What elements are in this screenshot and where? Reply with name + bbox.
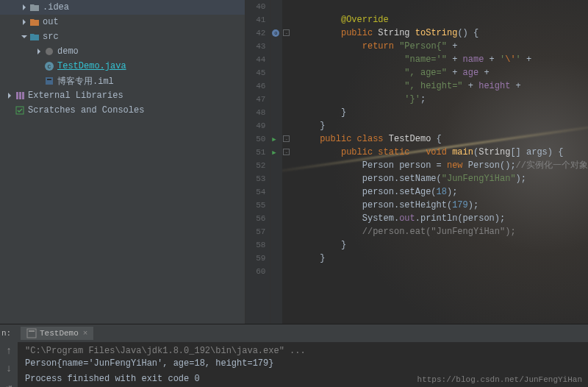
- run-tab-label: TestDemo: [40, 329, 79, 338]
- run-gutter-icon[interactable]: ▶: [272, 149, 276, 157]
- code-line[interactable]: person.setName("JunFengYiHan");: [298, 172, 588, 185]
- code-line[interactable]: public class TestDemo {: [298, 132, 588, 146]
- code-line[interactable]: }: [298, 252, 588, 265]
- folder-blue-icon: [29, 32, 40, 42]
- watermark: https://blog.csdn.net/JunFengYiHan: [417, 375, 582, 384]
- code-line[interactable]: person.setHeight(179);: [298, 199, 588, 212]
- svg-rect-9: [27, 329, 36, 338]
- folder-gray-icon: [29, 2, 40, 13]
- code-line[interactable]: return "Person{" +: [298, 40, 588, 53]
- tree-label: out: [43, 17, 59, 27]
- fold-toggle-icon[interactable]: -: [283, 149, 290, 155]
- run-config-icon: [26, 328, 37, 338]
- up-icon[interactable]: ↑: [6, 345, 12, 357]
- expand-arrow-icon[interactable]: [21, 4, 28, 11]
- tree-item[interactable]: Scratches and Consoles: [0, 103, 245, 118]
- module-icon: [44, 76, 54, 86]
- code-area[interactable]: @Override public String toString() { ret…: [291, 0, 588, 324]
- lib-icon: [15, 90, 25, 101]
- fold-toggle-icon[interactable]: -: [283, 135, 290, 142]
- code-line[interactable]: ", height=" + height +: [298, 79, 588, 93]
- svg-rect-6: [19, 92, 21, 99]
- tree-item[interactable]: 博客专用.iml: [0, 74, 245, 88]
- tree-label: demo: [57, 46, 79, 57]
- svg-rect-3: [46, 77, 53, 85]
- code-line[interactable]: }: [298, 119, 588, 132]
- tree-label: 博客专用.iml: [57, 75, 114, 88]
- java-icon: C: [44, 61, 54, 71]
- console-toolbar[interactable]: ↑ ↓ ⇥: [0, 342, 18, 387]
- override-gutter-icon[interactable]: o: [272, 29, 279, 37]
- folder-orange-icon: [29, 17, 40, 27]
- run-gutter-icon[interactable]: ▶: [272, 135, 276, 143]
- code-line[interactable]: [298, 0, 588, 13]
- tree-label: TestDemo.java: [57, 61, 126, 71]
- code-line[interactable]: person.setAge(18);: [298, 185, 588, 199]
- code-line[interactable]: System.out.println(person);: [298, 212, 588, 225]
- svg-point-0: [46, 48, 53, 55]
- tree-item[interactable]: src: [0, 29, 245, 44]
- gutter-icons[interactable]: o▶▶: [270, 0, 282, 324]
- code-editor[interactable]: 4041424344454647484950515253545556575859…: [245, 0, 588, 324]
- tree-label: Scratches and Consoles: [28, 105, 144, 116]
- fold-toggle-icon[interactable]: -: [283, 29, 290, 36]
- code-line[interactable]: Person person = new Person();//实例化一个对象: [298, 159, 588, 172]
- project-tree[interactable]: .ideaoutsrcdemoCTestDemo.java博客专用.imlExt…: [0, 0, 245, 324]
- code-line[interactable]: public String toString() {: [298, 26, 588, 40]
- pkg-icon: [44, 46, 54, 57]
- fold-column[interactable]: ---: [282, 0, 291, 324]
- svg-rect-10: [29, 330, 35, 332]
- close-icon[interactable]: ×: [83, 329, 88, 338]
- tree-item[interactable]: out: [0, 15, 245, 29]
- tree-item[interactable]: CTestDemo.java: [0, 59, 245, 74]
- down-icon[interactable]: ↓: [6, 363, 12, 374]
- wrap-icon[interactable]: ⇥: [6, 380, 12, 387]
- scratch-icon: [15, 105, 25, 116]
- tree-item[interactable]: External Libraries: [0, 88, 245, 103]
- tree-item[interactable]: .idea: [0, 0, 245, 15]
- code-line[interactable]: public static void main(String[] args) {: [298, 146, 588, 159]
- code-line[interactable]: }: [298, 238, 588, 252]
- code-line[interactable]: ", age=" + age +: [298, 66, 588, 79]
- svg-text:C: C: [48, 63, 51, 70]
- tree-label: src: [43, 32, 59, 42]
- code-line[interactable]: }: [298, 106, 588, 119]
- code-line[interactable]: "name='" + name + '\'' +: [298, 53, 588, 66]
- run-tabbar[interactable]: n: TestDemo ×: [0, 324, 588, 342]
- run-tab[interactable]: TestDemo ×: [21, 327, 93, 340]
- tree-label: External Libraries: [28, 90, 123, 101]
- code-line[interactable]: '}';: [298, 93, 588, 106]
- tree-item[interactable]: demo: [0, 44, 245, 59]
- svg-rect-5: [16, 92, 18, 99]
- expand-arrow-icon[interactable]: [21, 33, 28, 40]
- code-line[interactable]: [298, 265, 588, 278]
- code-line[interactable]: @Override: [298, 13, 588, 26]
- expand-arrow-icon[interactable]: [6, 92, 13, 99]
- code-line[interactable]: //person.eat("JunFengYiHan");: [298, 225, 588, 238]
- svg-rect-7: [22, 92, 24, 99]
- expand-arrow-icon[interactable]: [21, 18, 28, 26]
- line-gutter: 4041424344454647484950515253545556575859…: [245, 0, 270, 324]
- svg-rect-4: [47, 79, 51, 80]
- tree-label: .idea: [43, 2, 69, 13]
- expand-arrow-icon[interactable]: [35, 48, 43, 55]
